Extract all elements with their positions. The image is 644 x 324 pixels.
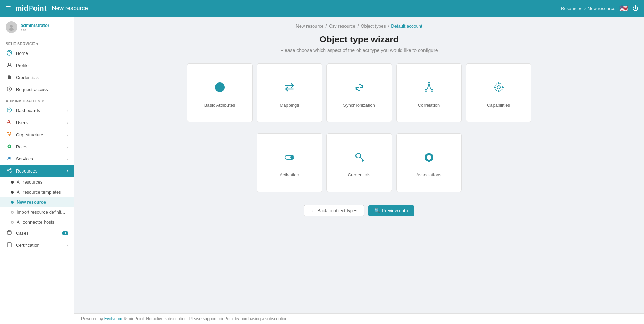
associations-icon <box>422 150 436 167</box>
svg-point-2 <box>7 50 12 55</box>
sidebar-sub-all-connector-hosts[interactable]: All connector hosts <box>0 217 74 227</box>
svg-point-35 <box>495 83 503 91</box>
svg-rect-9 <box>7 132 9 133</box>
cases-icon <box>6 230 12 236</box>
services-label: Services <box>16 156 33 161</box>
credentials-card-label: Credentials <box>348 172 371 177</box>
sidebar-item-services[interactable]: Services ‹ <box>0 153 74 165</box>
wizard-card-synchronization[interactable]: Synchronization <box>326 63 392 122</box>
sidebar-sub-new-resource[interactable]: New resource <box>0 197 74 207</box>
org-structure-label: Org. structure <box>16 132 43 137</box>
activation-label: Activation <box>280 172 299 177</box>
dashboards-label: Dashboards <box>16 108 40 113</box>
synchronization-icon <box>352 80 367 98</box>
admin-chevron: ▾ <box>42 99 44 103</box>
sidebar-sub-all-resources[interactable]: All resources <box>0 177 74 187</box>
evolveum-link[interactable]: Evolveum <box>104 316 123 321</box>
sidebar-item-credentials[interactable]: Credentials <box>0 71 74 84</box>
users-label: Users <box>16 120 28 125</box>
avatar <box>6 21 17 33</box>
org-structure-icon <box>6 131 12 138</box>
correlation-label: Correlation <box>418 102 440 108</box>
section-label-self-service: SELF SERVICE ▾ <box>0 38 74 47</box>
topbar-right: Resources > New resource 🇺🇸 ⏻ <box>561 4 638 12</box>
power-button[interactable]: ⏻ <box>632 5 638 12</box>
svg-point-39 <box>502 87 504 88</box>
svg-line-23 <box>9 171 10 172</box>
sidebar-item-dashboards[interactable]: Dashboards ‹ <box>0 105 74 117</box>
wizard-card-capabilities[interactable]: Capabilities <box>466 63 531 122</box>
sidebar-item-profile[interactable]: Profile <box>0 59 74 71</box>
sidebar-sub-all-resource-templates[interactable]: All resource templates <box>0 187 74 197</box>
back-to-object-types-button[interactable]: ← Back to object types <box>304 205 364 216</box>
svg-line-33 <box>429 85 431 89</box>
menu-icon[interactable]: ☰ <box>6 4 11 12</box>
users-icon <box>6 119 12 126</box>
org-structure-chevron: ‹ <box>67 133 68 137</box>
svg-line-22 <box>9 169 10 170</box>
wizard-card-basic-attributes[interactable]: Basic Attributes <box>187 63 253 122</box>
all-resources-label: All resources <box>17 179 42 185</box>
certification-label: Certification <box>16 243 40 248</box>
all-resources-dot <box>11 181 14 184</box>
services-chevron: ‹ <box>67 157 68 161</box>
mappings-icon <box>282 80 297 98</box>
breadcrumb-csv-resource[interactable]: Csv resource <box>329 23 355 29</box>
breadcrumb-object-types[interactable]: Object types <box>361 23 386 29</box>
sidebar-item-roles[interactable]: Roles ‹ <box>0 141 74 153</box>
svg-point-20 <box>10 168 11 170</box>
home-icon <box>6 50 12 57</box>
sidebar-item-request-access[interactable]: Request access <box>0 84 74 96</box>
wizard-card-associations[interactable]: Associations <box>396 133 462 192</box>
main-content-area: New resource / Csv resource / Object typ… <box>74 17 644 324</box>
wizard-cards-row1: Basic Attributes Mappings <box>187 63 531 126</box>
all-resource-templates-label: All resource templates <box>17 189 61 195</box>
roles-icon <box>6 144 12 150</box>
sidebar-item-cases[interactable]: Cases 1 <box>0 227 74 239</box>
sidebar-item-users[interactable]: Users ‹ <box>0 117 74 129</box>
roles-label: Roles <box>16 144 27 149</box>
certification-icon <box>6 242 12 248</box>
logo: midPoint <box>15 4 46 13</box>
profile-label: Profile <box>16 63 29 68</box>
dashboards-icon <box>6 107 12 114</box>
associations-label: Associations <box>416 172 441 177</box>
sidebar-item-home[interactable]: Home <box>0 47 74 59</box>
sidebar-item-org-structure[interactable]: Org. structure ‹ <box>0 129 74 141</box>
svg-point-30 <box>425 89 427 91</box>
topbar-title: New resource <box>52 5 561 12</box>
breadcrumb: New resource / Csv resource / Object typ… <box>296 23 422 29</box>
sidebar-item-resources[interactable]: Resources ▾ <box>0 165 74 177</box>
cases-badge: 1 <box>62 231 68 235</box>
wizard-card-activation[interactable]: Activation <box>257 133 322 192</box>
breadcrumb-new-resource[interactable]: New resource <box>296 23 323 29</box>
self-service-chevron: ▾ <box>36 42 38 46</box>
cases-label: Cases <box>16 230 29 236</box>
basic-attributes-label: Basic Attributes <box>204 102 235 108</box>
wizard-card-credentials[interactable]: Credentials <box>326 133 392 192</box>
search-icon: 🔍 <box>374 208 380 213</box>
topbar: ☰ midPoint New resource Resources > New … <box>0 0 644 17</box>
resources-label: Resources <box>16 168 37 174</box>
sidebar-item-certification[interactable]: Certification ‹ <box>0 239 74 251</box>
synchronization-label: Synchronization <box>343 102 375 108</box>
all-resource-templates-dot <box>11 191 14 194</box>
wizard-card-correlation[interactable]: Correlation <box>396 63 462 122</box>
page-title: Object type wizard <box>320 34 399 45</box>
svg-point-36 <box>498 82 499 84</box>
back-arrow-icon: ← <box>311 208 315 213</box>
credentials-label: Credentials <box>16 75 39 80</box>
svg-point-38 <box>494 87 496 88</box>
sidebar-sub-import-resource[interactable]: Import resource definit... <box>0 207 74 217</box>
certification-chevron: ‹ <box>67 243 68 247</box>
svg-point-31 <box>431 89 433 91</box>
capabilities-label: Capabilities <box>487 102 510 108</box>
wizard-card-mappings[interactable]: Mappings <box>257 63 322 122</box>
svg-point-21 <box>10 171 11 173</box>
language-flag[interactable]: 🇺🇸 <box>619 4 628 12</box>
svg-point-41 <box>290 156 294 159</box>
profile-icon <box>6 62 12 69</box>
preview-data-button[interactable]: 🔍 Preview data <box>368 205 414 216</box>
topbar-breadcrumb: Resources > New resource <box>561 6 615 11</box>
mappings-label: Mappings <box>280 102 299 108</box>
